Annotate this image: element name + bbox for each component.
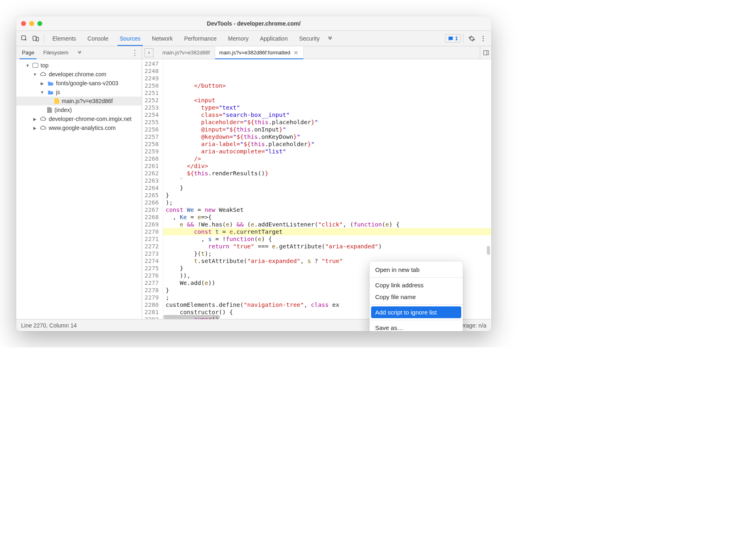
minimize-window-button[interactable] [29, 21, 34, 26]
toolbar-divider [463, 34, 464, 43]
more-tabs-icon[interactable] [325, 35, 335, 42]
issues-badge[interactable]: 1 [445, 34, 461, 43]
maximize-window-button[interactable] [37, 21, 42, 26]
window-title: DevTools - developer.chrome.com/ [21, 20, 486, 27]
menu-item[interactable]: Add script to ignore list [371, 306, 461, 318]
tab-network[interactable]: Network [146, 31, 178, 46]
file-tab-label: main.js?v=e382d86f [162, 50, 210, 56]
navigator-kebab-icon[interactable]: ⋮ [131, 48, 138, 57]
disclosure-triangle-icon[interactable]: ▶ [32, 117, 37, 121]
folder-icon [47, 89, 54, 95]
menu-item[interactable]: Save as… [369, 322, 463, 331]
editor-tabs: main.js?v=e382d86fmain.js?v=e382d86f:for… [142, 46, 480, 59]
line-number[interactable]: 2275 [145, 265, 159, 272]
line-number[interactable]: 2256 [145, 126, 159, 133]
line-number[interactable]: 2269 [145, 221, 159, 228]
line-number[interactable]: 2266 [145, 199, 159, 206]
subtab-page[interactable]: Page [19, 46, 37, 59]
tab-sources[interactable]: Sources [114, 31, 146, 46]
line-number[interactable]: 2262 [145, 170, 159, 177]
line-number[interactable]: 2272 [145, 243, 159, 250]
line-number[interactable]: 2280 [145, 301, 159, 308]
tab-security[interactable]: Security [294, 31, 326, 46]
svg-rect-1 [33, 36, 36, 41]
toggle-debugger-pane-icon[interactable] [480, 46, 491, 59]
disclosure-triangle-icon[interactable]: ▼ [32, 72, 37, 77]
cloud-icon [40, 71, 46, 78]
line-number[interactable]: 2278 [145, 287, 159, 294]
svg-rect-7 [484, 50, 488, 55]
device-toolbar-icon[interactable] [30, 33, 41, 44]
context-menu: Open in new tabCopy link addressCopy fil… [369, 261, 463, 331]
file-tab[interactable]: main.js?v=e382d86f [158, 46, 215, 59]
traffic-lights [21, 21, 42, 26]
line-number[interactable]: 2258 [145, 140, 159, 148]
subtab-filesystem[interactable]: Filesystem [41, 46, 71, 59]
line-number[interactable]: 2251 [145, 89, 159, 97]
line-number[interactable]: 2271 [145, 235, 159, 243]
disclosure-triangle-icon[interactable]: ▼ [25, 63, 30, 68]
line-number[interactable]: 2253 [145, 104, 159, 111]
tree-label: www.google-analytics.com [49, 125, 116, 131]
navigator-tree[interactable]: ▼top▼developer.chrome.com▶fonts/google-s… [16, 59, 142, 319]
tree-row[interactable]: ▼js [16, 88, 142, 97]
tab-application[interactable]: Application [254, 31, 294, 46]
inspect-element-icon[interactable] [19, 33, 30, 44]
line-number[interactable]: 2261 [145, 162, 159, 170]
tree-row[interactable]: main.js?v=e382d86f [16, 97, 142, 106]
tree-row[interactable]: ▶fonts/google-sans-v2003 [16, 79, 142, 88]
line-number[interactable]: 2257 [145, 133, 159, 140]
line-number[interactable]: 2281 [145, 308, 159, 316]
line-number[interactable]: 2248 [145, 67, 159, 75]
line-number[interactable]: 2279 [145, 294, 159, 301]
tab-elements[interactable]: Elements [47, 31, 82, 46]
line-number[interactable]: 2259 [145, 148, 159, 155]
more-subtabs-icon[interactable] [75, 50, 84, 56]
settings-gear-icon[interactable] [466, 33, 477, 44]
tree-label: developer-chrome-com.imgix.net [49, 116, 132, 122]
line-number[interactable]: 2252 [145, 97, 159, 104]
tab-memory[interactable]: Memory [222, 31, 255, 46]
line-number[interactable]: 2254 [145, 111, 159, 119]
kebab-menu-icon[interactable] [477, 33, 489, 44]
line-number[interactable]: 2260 [145, 155, 159, 162]
menu-item[interactable]: Copy file name [369, 291, 463, 303]
line-number[interactable]: 2274 [145, 257, 159, 265]
sources-subbar: PageFilesystem ⋮ main.js?v=e382d86fmain.… [16, 46, 491, 59]
tab-performance[interactable]: Performance [178, 31, 222, 46]
line-number[interactable]: 2273 [145, 250, 159, 257]
tree-row[interactable]: ▼developer.chrome.com [16, 70, 142, 79]
line-number[interactable]: 2247 [145, 60, 159, 67]
line-number[interactable]: 2250 [145, 82, 159, 89]
disclosure-triangle-icon[interactable]: ▶ [32, 126, 37, 130]
disclosure-triangle-icon[interactable]: ▶ [40, 81, 45, 86]
titlebar: DevTools - developer.chrome.com/ [16, 16, 491, 31]
line-gutter[interactable]: 2247224822492250225122522253225422552256… [142, 59, 163, 319]
tree-row[interactable]: ▼top [16, 61, 142, 70]
tree-label: main.js?v=e382d86f [62, 98, 113, 104]
tab-console[interactable]: Console [82, 31, 114, 46]
close-window-button[interactable] [21, 21, 26, 26]
line-number[interactable]: 2264 [145, 184, 159, 192]
line-number[interactable]: 2267 [145, 206, 159, 213]
line-number[interactable]: 2282 [145, 316, 159, 319]
tree-row[interactable]: ▶developer-chrome-com.imgix.net [16, 114, 142, 123]
line-number[interactable]: 2263 [145, 177, 159, 184]
line-number[interactable]: 2276 [145, 272, 159, 279]
tree-label: developer.chrome.com [49, 71, 106, 78]
tree-label: (index) [54, 107, 72, 113]
menu-item[interactable]: Copy link address [369, 279, 463, 291]
nav-history-back-icon[interactable] [145, 48, 153, 57]
tree-row[interactable]: ▶www.google-analytics.com [16, 123, 142, 132]
line-number[interactable]: 2270 [145, 228, 159, 235]
line-number[interactable]: 2255 [145, 119, 159, 126]
line-number[interactable]: 2249 [145, 75, 159, 82]
tree-row[interactable]: (index) [16, 106, 142, 114]
line-number[interactable]: 2277 [145, 279, 159, 287]
menu-item[interactable]: Open in new tab [369, 264, 463, 276]
disclosure-triangle-icon[interactable]: ▼ [40, 90, 45, 95]
line-number[interactable]: 2268 [145, 213, 159, 221]
close-icon[interactable]: ✕ [294, 50, 298, 56]
file-tab[interactable]: main.js?v=e382d86f:formatted✕ [215, 46, 304, 59]
line-number[interactable]: 2265 [145, 192, 159, 199]
